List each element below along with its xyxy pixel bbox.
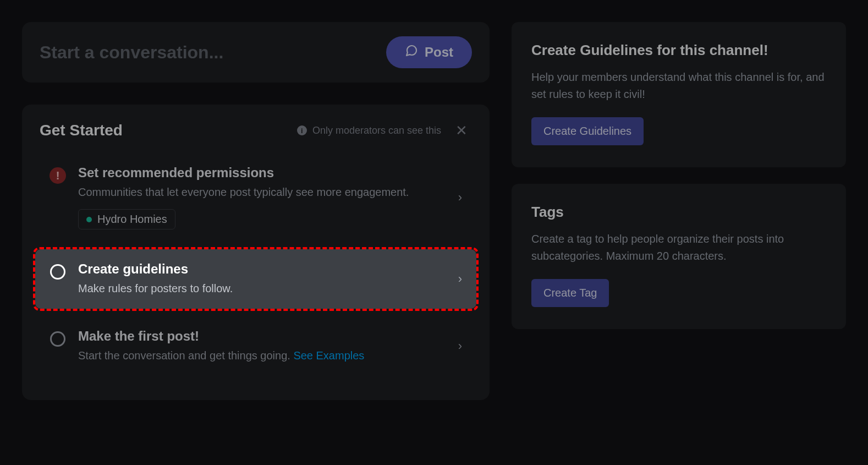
moderator-note-text: Only moderators can see this: [312, 125, 441, 136]
get-started-item-firstpost[interactable]: Make the first post! Start the conversat…: [35, 316, 476, 376]
unchecked-icon: [50, 331, 66, 347]
get-started-item-permissions[interactable]: ! Set recommended permissions Communitie…: [35, 153, 476, 242]
guidelines-item-title: Create guidelines: [78, 261, 446, 277]
get-started-header: Get Started i Only moderators can see th…: [35, 121, 476, 153]
guidelines-side-title: Create Guidelines for this channel!: [531, 42, 826, 59]
get-started-panel: Get Started i Only moderators can see th…: [22, 105, 490, 400]
unchecked-icon: [50, 264, 66, 280]
create-tag-button[interactable]: Create Tag: [531, 279, 609, 307]
main-container: Start a conversation... Post Get Started…: [0, 0, 868, 422]
tags-side-desc: Create a tag to help people organize the…: [531, 231, 826, 265]
start-conversation-placeholder: Start a conversation...: [40, 42, 223, 63]
get-started-title: Get Started: [40, 122, 123, 139]
guidelines-item-desc: Make rules for posters to follow.: [78, 280, 446, 297]
right-column: Create Guidelines for this channel! Help…: [512, 22, 846, 329]
role-chip-label: Hydro Homies: [97, 213, 167, 226]
see-examples-link[interactable]: See Examples: [293, 349, 364, 362]
comment-icon: [405, 44, 418, 61]
chevron-right-icon: ›: [458, 339, 462, 353]
firstpost-item-title: Make the first post!: [78, 329, 446, 344]
start-conversation-card[interactable]: Start a conversation... Post: [22, 22, 490, 83]
chevron-right-icon: ›: [458, 272, 462, 286]
get-started-item-guidelines[interactable]: Create guidelines Make rules for posters…: [35, 249, 476, 309]
post-button-label: Post: [425, 45, 453, 60]
chevron-right-icon: ›: [458, 190, 462, 205]
info-icon: i: [297, 125, 307, 135]
alert-icon: !: [50, 167, 66, 184]
tags-side-title: Tags: [531, 204, 826, 221]
permissions-item-desc: Communities that let everyone post typic…: [78, 184, 446, 200]
permissions-item-title: Set recommended permissions: [78, 165, 446, 180]
moderator-note: i Only moderators can see this: [297, 125, 441, 136]
tags-side-card: Tags Create a tag to help people organiz…: [512, 184, 846, 329]
left-column: Start a conversation... Post Get Started…: [22, 22, 490, 400]
role-dot-icon: [86, 217, 92, 222]
close-get-started-button[interactable]: ✕: [451, 121, 472, 140]
role-chip[interactable]: Hydro Homies: [78, 209, 175, 229]
firstpost-item-desc: Start the conversation and get things go…: [78, 349, 293, 362]
guidelines-side-desc: Help your members understand what this c…: [531, 69, 826, 103]
guidelines-side-card: Create Guidelines for this channel! Help…: [512, 22, 846, 167]
post-button[interactable]: Post: [386, 36, 472, 68]
create-guidelines-button[interactable]: Create Guidelines: [531, 117, 644, 145]
